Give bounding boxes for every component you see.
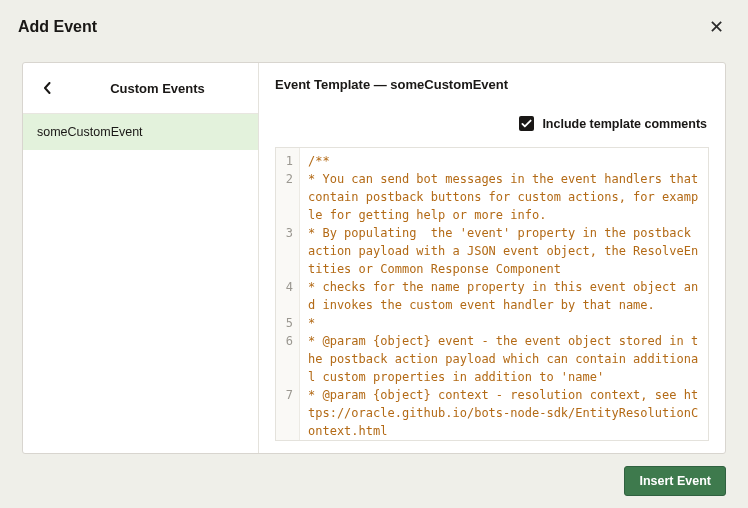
main-top: Event Template — someCustomEvent Include…: [259, 63, 725, 141]
dialog-header: Add Event ✕: [0, 0, 748, 54]
check-icon: [521, 118, 532, 129]
insert-event-label: Insert Event: [639, 474, 711, 488]
sidebar-list: someCustomEvent: [23, 114, 258, 453]
template-title: Event Template — someCustomEvent: [275, 77, 709, 92]
main-area: Event Template — someCustomEvent Include…: [259, 63, 725, 453]
sidebar-item-somecustomevent[interactable]: someCustomEvent: [23, 114, 258, 150]
sidebar-header: Custom Events: [23, 63, 258, 114]
include-comments-row: Include template comments: [275, 116, 709, 131]
dialog-footer: Insert Event: [0, 454, 748, 508]
include-comments-checkbox[interactable]: [519, 116, 534, 131]
include-comments-label[interactable]: Include template comments: [542, 117, 707, 131]
chevron-left-icon: [43, 82, 51, 94]
gutter-line: 7: [284, 386, 293, 440]
sidebar: Custom Events someCustomEvent: [23, 63, 259, 453]
sidebar-item-label: someCustomEvent: [37, 125, 143, 139]
code-line: * You can send bot messages in the event…: [308, 170, 700, 224]
sidebar-title: Custom Events: [71, 81, 244, 96]
editor-gutter: 123456789: [276, 148, 300, 440]
gutter-line: 1: [284, 152, 293, 170]
code-editor[interactable]: 123456789 /*** You can send bot messages…: [275, 147, 709, 441]
gutter-line: 2: [284, 170, 293, 224]
dialog-title: Add Event: [18, 18, 97, 36]
gutter-line: 4: [284, 278, 293, 314]
code-line: * @param {object} event - the event obje…: [308, 332, 700, 386]
gutter-line: 8: [284, 440, 293, 441]
main-panel: Custom Events someCustomEvent Event Temp…: [22, 62, 726, 454]
code-line: *: [308, 314, 700, 332]
back-button[interactable]: [33, 77, 61, 99]
code-line: /**: [308, 152, 700, 170]
close-button[interactable]: ✕: [703, 14, 730, 40]
gutter-line: 5: [284, 314, 293, 332]
insert-event-button[interactable]: Insert Event: [624, 466, 726, 496]
gutter-line: 6: [284, 332, 293, 386]
code-line: * By populating the 'event' property in …: [308, 224, 700, 278]
gutter-line: 3: [284, 224, 293, 278]
editor-code[interactable]: /*** You can send bot messages in the ev…: [300, 148, 708, 440]
code-line: * checks for the name property in this e…: [308, 278, 700, 314]
code-line: * @param {object} context - resolution c…: [308, 386, 700, 440]
close-icon: ✕: [709, 17, 724, 37]
